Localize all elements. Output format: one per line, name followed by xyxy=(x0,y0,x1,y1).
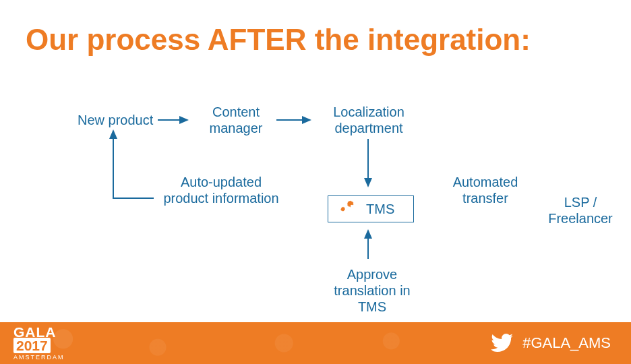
node-automated-transfer: Automated transfer xyxy=(445,174,526,206)
arrow-localization-to-tms xyxy=(363,139,373,193)
twitter-icon xyxy=(490,334,513,353)
arrow-autoupdated-to-newproduct xyxy=(108,124,162,212)
label: TMS xyxy=(366,202,394,217)
node-content-manager: Content manager xyxy=(202,104,270,136)
label-l1: Localization xyxy=(333,104,404,119)
arrow-contentmanager-to-localization xyxy=(276,115,317,125)
node-auto-updated: Auto-updated product information xyxy=(154,174,289,206)
label-l2: translation in xyxy=(334,283,410,298)
node-approve: Approve translation in TMS xyxy=(325,266,419,315)
label-l2: department xyxy=(334,121,402,135)
node-tms: TMS xyxy=(328,195,414,222)
label-l2: manager xyxy=(210,121,263,135)
gear-icon xyxy=(340,200,359,218)
footer-bar: GALA 2017 AMSTERDAM #GALA_AMS xyxy=(0,322,631,364)
node-lsp: LSP / Freelancer xyxy=(543,194,618,226)
label-l1: LSP / xyxy=(564,195,597,210)
gala-logo: GALA 2017 AMSTERDAM xyxy=(13,326,65,361)
logo-year: 2017 xyxy=(13,338,51,353)
footer-hashtag: #GALA_AMS xyxy=(522,334,611,352)
label-l3: TMS xyxy=(358,299,386,314)
label-l1: Automated xyxy=(453,175,518,189)
label-l2: Freelancer xyxy=(548,211,613,226)
arrow-newproduct-to-contentmanager xyxy=(158,115,194,125)
logo-city: AMSTERDAM xyxy=(13,354,65,361)
label-l1: Approve xyxy=(347,267,398,282)
label-l1: Auto-updated xyxy=(181,175,262,189)
label-l2: transfer xyxy=(462,191,508,206)
arrow-approve-to-tms xyxy=(363,225,373,263)
svg-point-1 xyxy=(344,212,347,214)
slide-title: Our process AFTER the integration: xyxy=(26,23,531,57)
label-l2: product information xyxy=(163,191,278,206)
svg-point-0 xyxy=(351,205,353,208)
node-localization: Localization department xyxy=(325,104,413,136)
label-l1: Content xyxy=(212,104,260,119)
footer-right: #GALA_AMS xyxy=(490,334,611,353)
